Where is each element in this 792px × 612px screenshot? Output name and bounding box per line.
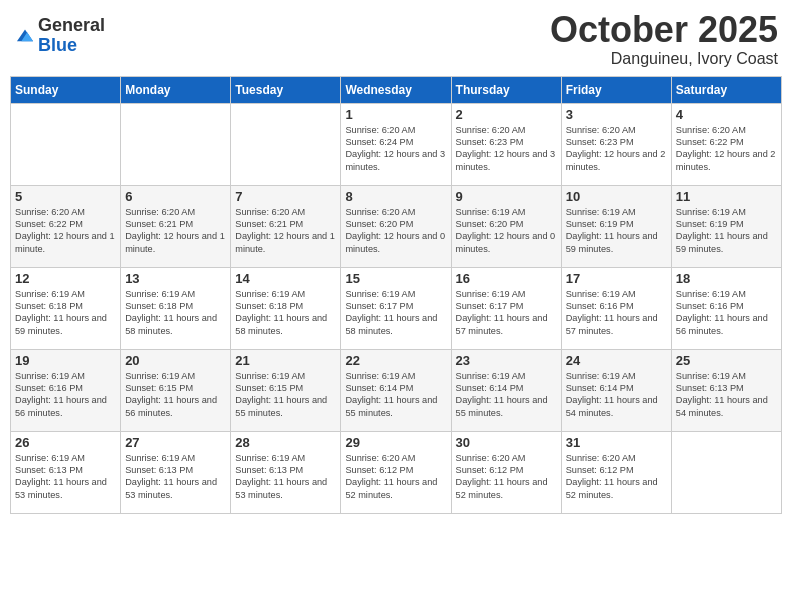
day-number: 9 [456, 189, 557, 204]
title-block: October 2025 Danguineu, Ivory Coast [550, 10, 778, 68]
calendar-cell: 16Sunrise: 6:19 AM Sunset: 6:17 PM Dayli… [451, 267, 561, 349]
calendar-cell: 29Sunrise: 6:20 AM Sunset: 6:12 PM Dayli… [341, 431, 451, 513]
logo-text: General Blue [38, 16, 105, 56]
day-number: 3 [566, 107, 667, 122]
day-number: 19 [15, 353, 116, 368]
logo-blue: Blue [38, 36, 105, 56]
header-thursday: Thursday [451, 76, 561, 103]
calendar-cell: 18Sunrise: 6:19 AM Sunset: 6:16 PM Dayli… [671, 267, 781, 349]
calendar-cell: 11Sunrise: 6:19 AM Sunset: 6:19 PM Dayli… [671, 185, 781, 267]
cell-details: Sunrise: 6:20 AM Sunset: 6:22 PM Dayligh… [676, 124, 777, 174]
day-number: 25 [676, 353, 777, 368]
day-number: 2 [456, 107, 557, 122]
day-number: 5 [15, 189, 116, 204]
calendar-cell: 25Sunrise: 6:19 AM Sunset: 6:13 PM Dayli… [671, 349, 781, 431]
cell-details: Sunrise: 6:20 AM Sunset: 6:23 PM Dayligh… [566, 124, 667, 174]
calendar-cell: 6Sunrise: 6:20 AM Sunset: 6:21 PM Daylig… [121, 185, 231, 267]
cell-details: Sunrise: 6:19 AM Sunset: 6:19 PM Dayligh… [566, 206, 667, 256]
cell-details: Sunrise: 6:20 AM Sunset: 6:21 PM Dayligh… [125, 206, 226, 256]
day-number: 1 [345, 107, 446, 122]
day-number: 28 [235, 435, 336, 450]
cell-details: Sunrise: 6:19 AM Sunset: 6:14 PM Dayligh… [345, 370, 446, 420]
calendar-cell: 12Sunrise: 6:19 AM Sunset: 6:18 PM Dayli… [11, 267, 121, 349]
cell-details: Sunrise: 6:19 AM Sunset: 6:16 PM Dayligh… [676, 288, 777, 338]
calendar-cell: 1Sunrise: 6:20 AM Sunset: 6:24 PM Daylig… [341, 103, 451, 185]
cell-details: Sunrise: 6:19 AM Sunset: 6:17 PM Dayligh… [345, 288, 446, 338]
header-tuesday: Tuesday [231, 76, 341, 103]
day-number: 14 [235, 271, 336, 286]
logo: General Blue [14, 16, 105, 56]
calendar-cell: 22Sunrise: 6:19 AM Sunset: 6:14 PM Dayli… [341, 349, 451, 431]
day-number: 16 [456, 271, 557, 286]
cell-details: Sunrise: 6:20 AM Sunset: 6:20 PM Dayligh… [345, 206, 446, 256]
calendar-cell: 23Sunrise: 6:19 AM Sunset: 6:14 PM Dayli… [451, 349, 561, 431]
cell-details: Sunrise: 6:20 AM Sunset: 6:12 PM Dayligh… [456, 452, 557, 502]
calendar-cell: 17Sunrise: 6:19 AM Sunset: 6:16 PM Dayli… [561, 267, 671, 349]
day-number: 24 [566, 353, 667, 368]
calendar-cell: 31Sunrise: 6:20 AM Sunset: 6:12 PM Dayli… [561, 431, 671, 513]
calendar-cell: 4Sunrise: 6:20 AM Sunset: 6:22 PM Daylig… [671, 103, 781, 185]
header-wednesday: Wednesday [341, 76, 451, 103]
cell-details: Sunrise: 6:19 AM Sunset: 6:18 PM Dayligh… [235, 288, 336, 338]
header-saturday: Saturday [671, 76, 781, 103]
cell-details: Sunrise: 6:19 AM Sunset: 6:16 PM Dayligh… [566, 288, 667, 338]
cell-details: Sunrise: 6:19 AM Sunset: 6:18 PM Dayligh… [125, 288, 226, 338]
logo-general: General [38, 16, 105, 36]
month-title: October 2025 [550, 10, 778, 50]
calendar-week-4: 19Sunrise: 6:19 AM Sunset: 6:16 PM Dayli… [11, 349, 782, 431]
calendar-table: SundayMondayTuesdayWednesdayThursdayFrid… [10, 76, 782, 514]
cell-details: Sunrise: 6:19 AM Sunset: 6:15 PM Dayligh… [235, 370, 336, 420]
day-number: 17 [566, 271, 667, 286]
calendar-cell [11, 103, 121, 185]
day-number: 10 [566, 189, 667, 204]
calendar-week-2: 5Sunrise: 6:20 AM Sunset: 6:22 PM Daylig… [11, 185, 782, 267]
calendar-cell: 28Sunrise: 6:19 AM Sunset: 6:13 PM Dayli… [231, 431, 341, 513]
cell-details: Sunrise: 6:20 AM Sunset: 6:24 PM Dayligh… [345, 124, 446, 174]
day-number: 20 [125, 353, 226, 368]
day-number: 8 [345, 189, 446, 204]
calendar-cell: 20Sunrise: 6:19 AM Sunset: 6:15 PM Dayli… [121, 349, 231, 431]
day-number: 13 [125, 271, 226, 286]
calendar-cell: 21Sunrise: 6:19 AM Sunset: 6:15 PM Dayli… [231, 349, 341, 431]
day-number: 15 [345, 271, 446, 286]
calendar-cell: 19Sunrise: 6:19 AM Sunset: 6:16 PM Dayli… [11, 349, 121, 431]
calendar-header-row: SundayMondayTuesdayWednesdayThursdayFrid… [11, 76, 782, 103]
day-number: 6 [125, 189, 226, 204]
calendar-cell: 5Sunrise: 6:20 AM Sunset: 6:22 PM Daylig… [11, 185, 121, 267]
calendar-week-5: 26Sunrise: 6:19 AM Sunset: 6:13 PM Dayli… [11, 431, 782, 513]
cell-details: Sunrise: 6:19 AM Sunset: 6:13 PM Dayligh… [125, 452, 226, 502]
day-number: 7 [235, 189, 336, 204]
cell-details: Sunrise: 6:19 AM Sunset: 6:15 PM Dayligh… [125, 370, 226, 420]
cell-details: Sunrise: 6:19 AM Sunset: 6:20 PM Dayligh… [456, 206, 557, 256]
cell-details: Sunrise: 6:19 AM Sunset: 6:18 PM Dayligh… [15, 288, 116, 338]
calendar-cell: 10Sunrise: 6:19 AM Sunset: 6:19 PM Dayli… [561, 185, 671, 267]
day-number: 18 [676, 271, 777, 286]
location-subtitle: Danguineu, Ivory Coast [550, 50, 778, 68]
calendar-cell [121, 103, 231, 185]
cell-details: Sunrise: 6:20 AM Sunset: 6:23 PM Dayligh… [456, 124, 557, 174]
cell-details: Sunrise: 6:19 AM Sunset: 6:17 PM Dayligh… [456, 288, 557, 338]
day-number: 11 [676, 189, 777, 204]
cell-details: Sunrise: 6:20 AM Sunset: 6:22 PM Dayligh… [15, 206, 116, 256]
calendar-cell: 30Sunrise: 6:20 AM Sunset: 6:12 PM Dayli… [451, 431, 561, 513]
cell-details: Sunrise: 6:19 AM Sunset: 6:13 PM Dayligh… [15, 452, 116, 502]
header-monday: Monday [121, 76, 231, 103]
calendar-cell: 24Sunrise: 6:19 AM Sunset: 6:14 PM Dayli… [561, 349, 671, 431]
day-number: 22 [345, 353, 446, 368]
day-number: 31 [566, 435, 667, 450]
logo-icon [14, 25, 36, 47]
calendar-cell [671, 431, 781, 513]
cell-details: Sunrise: 6:19 AM Sunset: 6:14 PM Dayligh… [456, 370, 557, 420]
cell-details: Sunrise: 6:19 AM Sunset: 6:19 PM Dayligh… [676, 206, 777, 256]
header-friday: Friday [561, 76, 671, 103]
calendar-cell: 9Sunrise: 6:19 AM Sunset: 6:20 PM Daylig… [451, 185, 561, 267]
cell-details: Sunrise: 6:20 AM Sunset: 6:12 PM Dayligh… [566, 452, 667, 502]
cell-details: Sunrise: 6:20 AM Sunset: 6:21 PM Dayligh… [235, 206, 336, 256]
calendar-cell: 14Sunrise: 6:19 AM Sunset: 6:18 PM Dayli… [231, 267, 341, 349]
calendar-cell: 27Sunrise: 6:19 AM Sunset: 6:13 PM Dayli… [121, 431, 231, 513]
calendar-cell: 26Sunrise: 6:19 AM Sunset: 6:13 PM Dayli… [11, 431, 121, 513]
cell-details: Sunrise: 6:19 AM Sunset: 6:14 PM Dayligh… [566, 370, 667, 420]
cell-details: Sunrise: 6:20 AM Sunset: 6:12 PM Dayligh… [345, 452, 446, 502]
cell-details: Sunrise: 6:19 AM Sunset: 6:16 PM Dayligh… [15, 370, 116, 420]
day-number: 26 [15, 435, 116, 450]
